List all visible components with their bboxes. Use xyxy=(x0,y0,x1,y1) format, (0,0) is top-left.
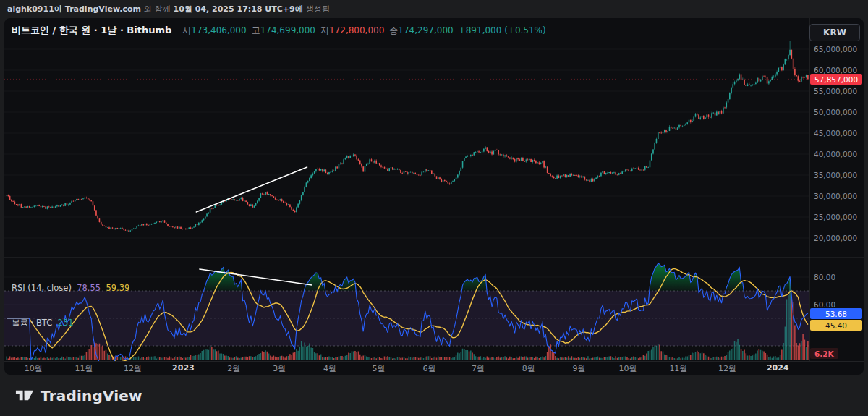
rsi-indicator-title: RSI (14, close) xyxy=(12,283,72,293)
time-axis-month-label: 10월 xyxy=(619,363,637,374)
price-axis-label: 35,000,000 xyxy=(814,171,857,179)
close-value: 174,297,000 xyxy=(398,25,453,35)
volume-current-label: 6.2K xyxy=(810,348,838,359)
price-axis-label: 45,000,000 xyxy=(814,129,857,137)
volume-indicator-title: 볼륨 · BTC xyxy=(12,318,52,328)
time-axis-month-label: 11월 xyxy=(669,363,687,374)
price-axis-label: 30,000,000 xyxy=(814,192,857,200)
time-axis-month-label: 2월 xyxy=(227,363,240,374)
attribution-user: alghk0911이 xyxy=(7,4,62,14)
time-axis-month-label: 8월 xyxy=(522,363,535,374)
open-label: 시 xyxy=(182,25,191,37)
time-axis-month-label: 6월 xyxy=(422,363,435,374)
price-axis-label: 65,000,000 xyxy=(814,45,857,54)
last-price-label: 57,857,000 xyxy=(810,74,862,85)
price-axis-label: 20,000,000 xyxy=(814,234,857,242)
open-value: 173,406,000 xyxy=(191,25,246,35)
rsi-value-1: 78.55 xyxy=(77,283,101,293)
time-axis-month-label: 10월 xyxy=(25,363,43,374)
time-axis-month-label: 9월 xyxy=(573,363,586,374)
attribution-suffix: 생성됨 xyxy=(306,4,330,14)
rsi-current-label: 53.68 xyxy=(810,308,862,319)
time-axis-month-label: 12월 xyxy=(718,363,736,374)
tradingview-logo-mark xyxy=(14,386,34,405)
indicator-legend[interactable]: RSI (14, close) 78.55 59.39 볼륨 · BTC 231 xyxy=(12,259,129,352)
low-value: 172,800,000 xyxy=(329,25,384,35)
time-axis-year-label: 2024 xyxy=(767,363,789,373)
price-axis-label: 50,000,000 xyxy=(814,108,857,116)
time-axis-month-label: 11월 xyxy=(75,363,93,374)
time-axis-month-label: 5월 xyxy=(373,363,386,374)
rsi-ma-current-label: 45.40 xyxy=(810,320,862,331)
time-axis[interactable]: 10월11월12월20232월3월4월5월6월7월8월9월10월11월12월20… xyxy=(4,362,809,375)
time-axis-month-label: 3월 xyxy=(273,363,286,374)
currency-button[interactable]: KRW xyxy=(809,24,860,41)
rsi-axis-label: 80.00 xyxy=(814,273,835,281)
attribution-middle: 와 함께 xyxy=(144,4,171,14)
volume-legend-row: 볼륨 · BTC 231 xyxy=(12,317,129,328)
attribution-brand: TradingView.com xyxy=(65,4,141,14)
close-label: 종 xyxy=(389,25,398,37)
price-axis-label: 40,000,000 xyxy=(814,150,857,158)
attribution-bar: alghk0911이 TradingView.com 와 함께 10월 04, … xyxy=(0,0,868,18)
chart-canvas[interactable] xyxy=(4,18,864,375)
symbol-title: 비트코인 / 한국 원 · 1날 · Bithumb xyxy=(12,24,171,37)
price-axis-label: 25,000,000 xyxy=(814,213,857,221)
attribution-date: 10월 04, 2025 17:18 UTC+9에 xyxy=(174,4,303,14)
footer-brand[interactable]: TradingView xyxy=(41,387,142,404)
chart-container: 비트코인 / 한국 원 · 1날 · Bithumb 시173,406,000 … xyxy=(4,18,864,375)
symbol-header[interactable]: 비트코인 / 한국 원 · 1날 · Bithumb 시173,406,000 … xyxy=(12,24,546,37)
time-axis-month-label: 4월 xyxy=(323,363,336,374)
tradingview-logo[interactable] xyxy=(14,386,34,405)
time-axis-month-label: 7월 xyxy=(472,363,485,374)
change-value: +891,000 (+0.51%) xyxy=(459,25,546,35)
low-label: 저 xyxy=(320,25,329,37)
volume-value: 231 xyxy=(58,318,74,328)
time-axis-month-label: 12월 xyxy=(124,363,142,374)
high-value: 174,699,000 xyxy=(260,25,315,35)
rsi-legend-row: RSI (14, close) 78.55 59.39 xyxy=(12,282,129,294)
rsi-value-2: 59.39 xyxy=(106,283,129,293)
footer-bar: TradingView xyxy=(0,375,868,416)
high-label: 고 xyxy=(252,25,260,37)
time-axis-year-label: 2023 xyxy=(172,363,195,373)
price-axis-label: 55,000,000 xyxy=(814,87,857,95)
